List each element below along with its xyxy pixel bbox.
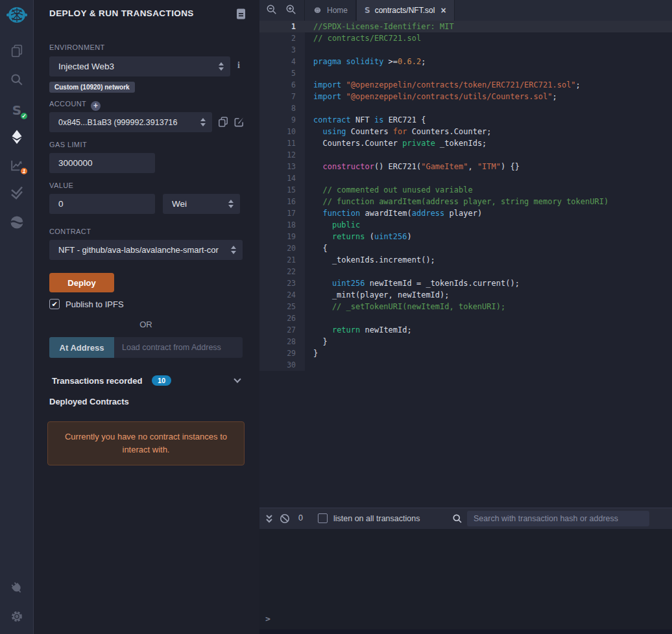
remix-logo-icon[interactable] — [3, 3, 30, 30]
code-line[interactable]: 2// contracts/ERC721.sol — [259, 32, 672, 44]
deploy-run-icon[interactable] — [9, 129, 25, 145]
code-text: { — [305, 242, 328, 254]
code-text — [305, 266, 313, 277]
line-number: 11 — [259, 137, 305, 149]
value-label: VALUE — [49, 182, 73, 189]
code-line[interactable]: 12 — [259, 149, 672, 161]
analytics-icon[interactable]: 1 — [9, 158, 25, 173]
code-line[interactable]: 4pragma solidity >=0.6.2; — [259, 56, 672, 67]
tab-home-label: Home — [327, 6, 348, 15]
transactions-recorded-label: Transactions recorded — [52, 376, 142, 386]
code-line[interactable]: 27 return newItemId; — [259, 324, 672, 336]
gas-limit-label: GAS LIMIT — [49, 141, 87, 148]
terminal-toolbar: 0 listen on all transactions — [259, 508, 672, 529]
code-line[interactable]: 19 returns (uint256) — [259, 231, 672, 242]
code-line[interactable]: 24 _mint(player, newItemId); — [259, 289, 672, 301]
code-text: pragma solidity >=0.6.2; — [305, 56, 426, 67]
line-number: 14 — [259, 172, 305, 184]
code-line[interactable]: 16 // function awardItem(address player,… — [259, 196, 672, 207]
code-line[interactable]: 28 } — [259, 336, 672, 347]
zoom-out-icon[interactable] — [266, 4, 277, 18]
code-text — [305, 67, 313, 79]
code-line[interactable]: 30 — [259, 359, 672, 371]
code-line[interactable]: 8 — [259, 102, 672, 114]
code-text: // function awardItem(address player, st… — [305, 196, 608, 207]
terminal-prompt[interactable]: > — [265, 614, 270, 624]
search-icon[interactable] — [9, 72, 25, 88]
line-number: 12 — [259, 149, 305, 161]
code-editor[interactable]: 1//SPDX-License-Identifier: MIT2// contr… — [259, 21, 672, 508]
listen-transactions-checkbox[interactable] — [318, 513, 328, 523]
code-line[interactable]: 11 Counters.Counter private _tokenIds; — [259, 137, 672, 149]
documentation-book-icon[interactable] — [236, 8, 246, 22]
copy-account-icon[interactable] — [218, 116, 228, 130]
tab-nft-sol[interactable]: S contracts/NFT.sol × — [356, 0, 455, 21]
code-line[interactable]: 9contract NFT is ERC721 { — [259, 114, 672, 126]
code-line[interactable]: 20 { — [259, 242, 672, 254]
deploy-button[interactable]: Deploy — [49, 273, 114, 292]
gas-limit-input[interactable] — [49, 153, 155, 173]
unit-testing-icon[interactable] — [9, 185, 25, 200]
sourcify-icon[interactable] — [9, 215, 25, 230]
file-explorer-icon[interactable] — [9, 43, 25, 58]
edit-account-icon[interactable] — [234, 116, 245, 130]
code-line[interactable]: 1//SPDX-License-Identifier: MIT — [259, 21, 672, 32]
tab-nft-sol-label: contracts/NFT.sol — [375, 6, 435, 15]
code-line[interactable]: 25 // _setTokenURI(newItemId, tokenURI); — [259, 301, 672, 312]
line-number: 27 — [259, 324, 305, 336]
code-line[interactable]: 18 public — [259, 219, 672, 231]
at-address-button[interactable]: At Address — [49, 337, 114, 358]
settings-gear-icon[interactable] — [9, 609, 25, 624]
clear-console-ban-icon[interactable] — [280, 513, 290, 526]
code-line[interactable]: 13 constructor() ERC721("GameItem", "ITM… — [259, 161, 672, 172]
contract-value: NFT - github/ava-labs/avalanche-smart-co… — [58, 245, 219, 255]
terminal: 0 listen on all transactions > — [259, 508, 672, 634]
solidity-compiler-icon[interactable]: S ✓ — [9, 102, 25, 118]
contract-select[interactable]: NFT - github/ava-labs/avalanche-smart-co… — [49, 240, 243, 260]
line-number: 5 — [259, 67, 305, 79]
code-line[interactable]: 6import "@openzeppelin/contracts/token/E… — [259, 79, 672, 91]
environment-select[interactable]: Injected Web3 — [49, 56, 230, 76]
remix-ide: S ✓ 1 DEPLOY & RUN TRANSACTIONS ENVIRONM… — [0, 0, 672, 634]
code-text: Counters.Counter private _tokenIds; — [305, 137, 486, 149]
line-number: 29 — [259, 347, 305, 359]
plugin-manager-icon[interactable] — [9, 580, 25, 596]
code-line[interactable]: 3 — [259, 44, 672, 56]
code-text — [305, 312, 313, 324]
expand-terminal-icon[interactable] — [265, 513, 274, 526]
value-unit-select[interactable]: Wei — [163, 194, 240, 214]
line-number: 23 — [259, 277, 305, 289]
code-line[interactable]: 29} — [259, 347, 672, 359]
code-line[interactable]: 15 // commented out unused variable — [259, 184, 672, 196]
add-account-icon[interactable]: + — [91, 101, 101, 111]
zoom-in-icon[interactable] — [285, 4, 296, 18]
code-line[interactable]: 7import "@openzeppelin/contracts/utils/C… — [259, 91, 672, 102]
at-address-input[interactable] — [114, 337, 243, 358]
select-arrows-icon — [200, 118, 206, 126]
publish-ipfs-checkbox[interactable]: ✔ — [49, 299, 60, 309]
value-input[interactable] — [49, 194, 155, 214]
code-line[interactable]: 5 — [259, 67, 672, 79]
line-number: 22 — [259, 266, 305, 277]
environment-label: ENVIRONMENT — [49, 43, 105, 51]
code-text: public — [305, 219, 360, 231]
environment-info-icon[interactable]: i — [237, 60, 240, 71]
code-line[interactable]: 26 — [259, 312, 672, 324]
transactions-recorded-row[interactable]: Transactions recorded 10 — [52, 375, 243, 386]
code-line[interactable]: 10 using Counters for Counters.Counter; — [259, 126, 672, 137]
editor-region: Home S contracts/NFT.sol × 1//SPDX-Licen… — [259, 0, 672, 634]
code-text: // commented out unused variable — [305, 184, 473, 196]
account-select[interactable]: 0x845...B1aB3 (999992.3913716 — [49, 112, 212, 132]
terminal-search-input[interactable] — [467, 511, 649, 526]
code-text: return newItemId; — [305, 324, 412, 336]
tab-home[interactable]: Home — [304, 0, 356, 21]
account-value: 0x845...B1aB3 (999992.3913716 — [58, 118, 178, 127]
code-line[interactable]: 17 function awardItem(address player) — [259, 207, 672, 219]
close-tab-icon[interactable]: × — [440, 5, 446, 16]
line-number: 26 — [259, 312, 305, 324]
code-line[interactable]: 22 — [259, 266, 672, 277]
code-line[interactable]: 21 _tokenIds.increment(); — [259, 254, 672, 266]
code-line[interactable]: 14 — [259, 172, 672, 184]
chevron-down-icon[interactable] — [234, 375, 241, 382]
code-line[interactable]: 23 uint256 newItemId = _tokenIds.current… — [259, 277, 672, 289]
